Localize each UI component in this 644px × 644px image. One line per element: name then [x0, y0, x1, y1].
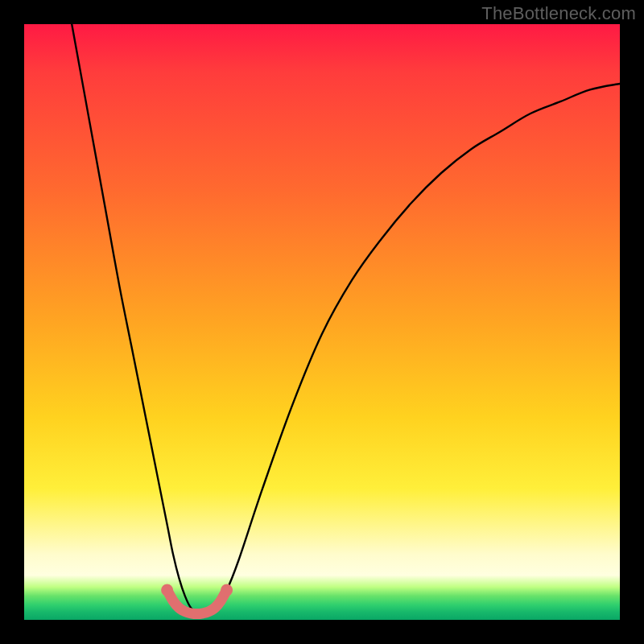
watermark-text: TheBottleneck.com [481, 3, 636, 24]
plot-area [24, 24, 620, 620]
optimal-marker-endpoint [161, 584, 173, 597]
chart-svg [24, 24, 620, 620]
chart-frame: TheBottleneck.com [0, 0, 644, 644]
optimal-marker [167, 590, 227, 614]
optimal-marker-endpoint [221, 584, 233, 597]
bottleneck-curve [72, 24, 620, 614]
